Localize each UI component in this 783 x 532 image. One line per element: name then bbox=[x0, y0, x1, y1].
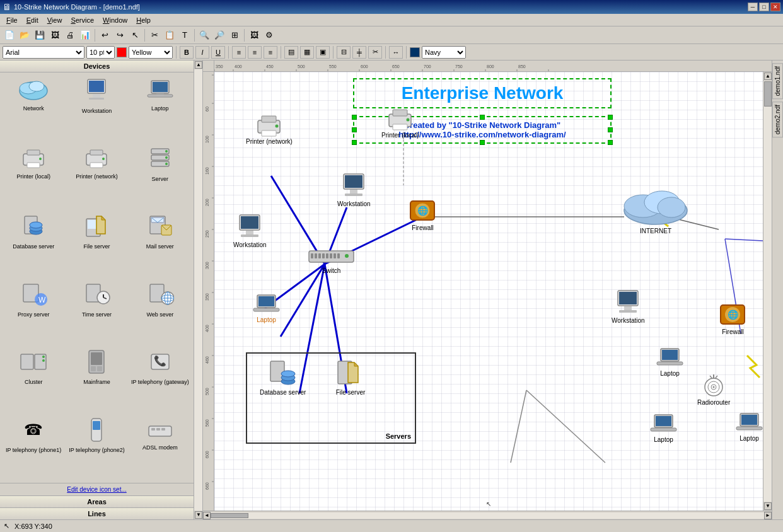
vscroll-up-btn[interactable]: ▲ bbox=[764, 72, 772, 80]
handle-tl[interactable] bbox=[352, 115, 357, 120]
device-adsl-modem[interactable]: ADSL modem bbox=[129, 414, 191, 481]
menu-file[interactable]: File bbox=[3, 16, 21, 25]
close-button[interactable]: ✕ bbox=[770, 3, 780, 11]
align-right-button[interactable]: ≡ bbox=[264, 46, 277, 59]
device-database-server[interactable]: Database server bbox=[3, 211, 64, 277]
node-workstation-3[interactable]: Workstation bbox=[612, 289, 645, 324]
cut-button[interactable]: ✂ bbox=[148, 28, 161, 42]
zoom-in-button[interactable]: 🔍 bbox=[197, 28, 211, 42]
device-printer-local[interactable]: Printer (local) bbox=[3, 143, 64, 210]
node-file-server[interactable]: File server bbox=[335, 360, 366, 396]
scroll-up-btn[interactable]: ▲ bbox=[195, 61, 202, 69]
handle-tr[interactable] bbox=[608, 115, 613, 120]
device-mainframe[interactable]: Mainframe bbox=[66, 346, 127, 413]
node-laptop-4[interactable]: Laptop bbox=[735, 411, 763, 442]
handle-bl[interactable] bbox=[352, 140, 357, 145]
align-left-button[interactable]: ≡ bbox=[232, 46, 246, 59]
menu-window[interactable]: Window bbox=[99, 16, 131, 25]
minimize-button[interactable]: ─ bbox=[748, 3, 758, 11]
bold-button[interactable]: B bbox=[180, 46, 194, 59]
border-btn-2[interactable]: ▦ bbox=[300, 46, 314, 59]
settings-button[interactable]: ⚙ bbox=[262, 28, 276, 42]
menu-view[interactable]: View bbox=[44, 16, 66, 25]
align-center-button[interactable]: ≡ bbox=[248, 46, 262, 59]
device-ip-telephony-gw[interactable]: 📞 IP telephony (gateway) bbox=[129, 346, 191, 413]
italic-button[interactable]: I bbox=[195, 46, 209, 59]
device-ip-phone2[interactable]: IP telephony (phone2) bbox=[66, 414, 127, 481]
lines-section[interactable]: Lines bbox=[0, 507, 194, 519]
device-proxy-server[interactable]: W Proxy server bbox=[3, 279, 64, 345]
border-btn-1[interactable]: ▤ bbox=[284, 46, 298, 59]
horizontal-scrollbar[interactable]: ◄ ► bbox=[203, 511, 772, 519]
node-db-server[interactable]: Database server bbox=[260, 360, 306, 396]
device-laptop[interactable]: Laptop bbox=[129, 75, 191, 142]
device-web-server[interactable]: Web sever bbox=[129, 279, 191, 345]
hscroll-left-btn[interactable]: ◄ bbox=[203, 512, 211, 519]
line-btn-1[interactable]: ⊟ bbox=[337, 46, 351, 59]
device-server[interactable]: Server bbox=[129, 143, 191, 210]
node-workstation-2[interactable]: Workstation bbox=[233, 214, 267, 248]
maximize-button[interactable]: □ bbox=[759, 3, 769, 11]
device-printer-network[interactable]: Printer (network) bbox=[66, 143, 127, 210]
node-switch[interactable]: Switch bbox=[308, 247, 355, 274]
undo-button[interactable]: ↩ bbox=[98, 28, 112, 42]
line-color-select[interactable]: Navy Black Red Blue bbox=[422, 46, 466, 59]
vscroll-down-btn[interactable]: ▼ bbox=[764, 502, 772, 510]
redo-button[interactable]: ↪ bbox=[113, 28, 127, 42]
hscroll-thumb[interactable] bbox=[211, 513, 248, 518]
text-button[interactable]: T bbox=[178, 28, 192, 42]
handle-b[interactable] bbox=[480, 140, 485, 145]
diagram-canvas[interactable]: Enterprise Network Created by "10-Strike… bbox=[214, 72, 763, 511]
handle-r[interactable] bbox=[608, 127, 613, 132]
new-button[interactable]: 📄 bbox=[3, 28, 16, 42]
preview-button[interactable]: 🖼 bbox=[48, 28, 62, 42]
node-internet[interactable]: INTERNET bbox=[618, 182, 693, 234]
areas-section[interactable]: Areas bbox=[0, 495, 194, 507]
handle-t[interactable] bbox=[480, 115, 485, 120]
device-ip-phone1[interactable]: ☎ IP telephony (phone1) bbox=[3, 414, 64, 481]
fill-color-select[interactable]: Yellow Red Blue Green White bbox=[129, 46, 173, 59]
hscroll-right-btn[interactable]: ► bbox=[764, 512, 772, 519]
font-color-btn[interactable] bbox=[117, 47, 127, 57]
node-laptop-1[interactable]: Laptop bbox=[252, 292, 281, 323]
line-btn-3[interactable]: ✂ bbox=[368, 46, 382, 59]
save-button[interactable]: 💾 bbox=[33, 28, 47, 42]
device-time-server[interactable]: Time server bbox=[66, 279, 127, 345]
image-button[interactable]: 🖼 bbox=[247, 28, 261, 42]
node-radiorouter[interactable]: Radiorouter bbox=[697, 371, 730, 406]
device-workstation[interactable]: Workstation bbox=[66, 75, 127, 142]
zoom-fit-button[interactable]: ⊞ bbox=[228, 28, 241, 42]
copy-button[interactable]: 📋 bbox=[163, 28, 177, 42]
window-controls[interactable]: ─ □ ✕ bbox=[748, 3, 780, 11]
font-family-select[interactable]: Arial bbox=[3, 46, 84, 59]
device-mail-server[interactable]: Mail server bbox=[129, 211, 191, 277]
menu-edit[interactable]: Edit bbox=[23, 16, 42, 25]
edit-device-link[interactable]: Edit device icon set... bbox=[3, 486, 191, 493]
cursor-button[interactable]: ↖ bbox=[128, 28, 142, 42]
handle-br[interactable] bbox=[608, 140, 613, 145]
menu-help[interactable]: Help bbox=[132, 16, 154, 25]
tab-demo1[interactable]: demo1.ndf bbox=[772, 63, 783, 99]
border-btn-3[interactable]: ▣ bbox=[316, 46, 330, 59]
node-firewall-1[interactable]: 🌐 Firewall bbox=[409, 198, 437, 231]
print-button[interactable]: 🖨 bbox=[63, 28, 77, 42]
open-button[interactable]: 📂 bbox=[18, 28, 32, 42]
node-laptop-2[interactable]: Laptop bbox=[656, 346, 684, 377]
device-file-server[interactable]: File server bbox=[66, 211, 127, 277]
zoom-out-button[interactable]: 🔎 bbox=[212, 28, 226, 42]
left-scrollbar[interactable]: ▲ ▼ bbox=[194, 61, 203, 519]
font-size-select[interactable]: 10 pt. 8 pt. 12 pt. 14 pt. bbox=[86, 46, 115, 59]
scroll-down-btn[interactable]: ▼ bbox=[195, 511, 202, 519]
vscroll-thumb[interactable] bbox=[764, 81, 772, 107]
node-laptop-3[interactable]: Laptop bbox=[649, 412, 678, 443]
menu-service[interactable]: Service bbox=[67, 16, 98, 25]
node-printer-local[interactable]: Printer (local) bbox=[381, 107, 419, 139]
export-button[interactable]: 📊 bbox=[78, 28, 92, 42]
tab-demo2[interactable]: demo2.ndf bbox=[772, 101, 783, 137]
vertical-scrollbar[interactable]: ▲ ▼ bbox=[763, 72, 772, 511]
node-workstation-1[interactable]: Workstation bbox=[337, 173, 371, 207]
handle-l[interactable] bbox=[352, 127, 357, 132]
node-firewall-3[interactable]: 🌐 Firewall bbox=[719, 302, 747, 335]
node-printer-network[interactable]: Printer (network) bbox=[246, 113, 293, 145]
line-btn-2[interactable]: ╪ bbox=[352, 46, 366, 59]
